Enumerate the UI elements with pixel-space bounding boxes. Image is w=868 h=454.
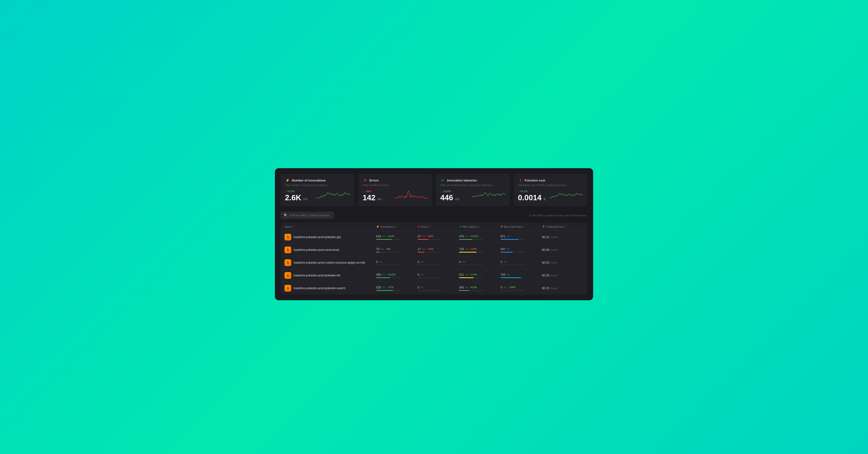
latency-value: 446 bbox=[440, 194, 453, 201]
table-row[interactable]: λ baselime-pokedex-prod-send-email 76 in… bbox=[281, 244, 587, 256]
lambda-icon: λ bbox=[284, 272, 291, 279]
th-latency[interactable]: ⊙ P90 Latency ⇅ bbox=[459, 225, 500, 228]
cell-errors: 0 err. bbox=[417, 273, 459, 278]
cell-cold-starts: 871 ms bbox=[500, 235, 542, 240]
sort-icon-inv: ⇅ bbox=[395, 226, 397, 228]
toolbar-info: ℹ The AWS Lambda Function part of this s… bbox=[529, 214, 587, 217]
cell-errors: 0 err. bbox=[417, 286, 459, 291]
cell-errors: 0 err. bbox=[417, 260, 459, 265]
latency-subtitle: 90th percentile function excecution late… bbox=[440, 184, 505, 187]
latency-sparkline bbox=[472, 189, 505, 202]
table-row[interactable]: λ baselime-pokedex-prod-pokedex-get 519 … bbox=[281, 231, 587, 244]
th-cold-starts[interactable]: ❄ Max Cold Starts ⇅ bbox=[500, 225, 542, 228]
cost-subtitle: Estimated cost of AWS Lambda functions bbox=[518, 184, 583, 187]
cost-change: ↑ +3.7% bbox=[518, 190, 546, 193]
metric-card-latency: ⟳ Invocation latencies 90th percentile f… bbox=[436, 174, 510, 206]
table-header: Name ⇅ ⚡ Invocations ⇅ ⚙ Errors ⇅ ⊙ P90 … bbox=[281, 223, 587, 231]
cell-latency: 723 ms +3.9% bbox=[459, 248, 500, 253]
cell-latency: 470 ms +0.21% bbox=[459, 235, 500, 240]
th-errors[interactable]: ⚙ Errors ⇅ bbox=[417, 225, 459, 228]
fn-name: baselime-pokedex-prod-custom-resource-ap… bbox=[294, 261, 365, 264]
cost-th-icon: 💲 bbox=[542, 225, 546, 228]
th-invocations[interactable]: ⚡ Invocations ⇅ bbox=[376, 225, 417, 228]
invocations-th-icon: ⚡ bbox=[376, 225, 379, 228]
errors-unit: err. bbox=[377, 197, 382, 201]
search-input[interactable] bbox=[289, 214, 331, 217]
fn-name: baselime-pokedex-prod-pokedex-search bbox=[294, 287, 345, 290]
dashboard: ⚡ Number of invocations Total number of … bbox=[275, 168, 593, 300]
fn-name-cell: λ baselime-pokedex-prod-pokedex-search bbox=[284, 285, 376, 292]
metric-card-cost: ℹ Function cost Estimated cost of AWS La… bbox=[514, 174, 587, 206]
lambda-icon: λ bbox=[284, 247, 291, 253]
invocations-unit: inv. bbox=[303, 197, 308, 201]
cost-sparkline bbox=[549, 189, 583, 202]
latency-th-icon: ⊙ bbox=[459, 225, 461, 228]
search-icon: 🔍 bbox=[284, 214, 288, 217]
cell-cost: $0.00 /month bbox=[542, 261, 584, 264]
cost-icon: ℹ bbox=[518, 178, 523, 183]
cell-errors: 17 err. +15% bbox=[417, 248, 459, 253]
table-row[interactable]: λ baselime-pokedex-prod-custom-resource-… bbox=[281, 256, 587, 269]
functions-table: Name ⇅ ⚡ Invocations ⇅ ⚙ Errors ⇅ ⊙ P90 … bbox=[281, 223, 587, 294]
fn-name-cell: λ baselime-pokedex-prod-custom-resource-… bbox=[284, 259, 376, 266]
errors-sparkline bbox=[394, 189, 428, 202]
fn-name-cell: λ baselime-pokedex-prod-pokedex-get bbox=[284, 234, 376, 240]
cell-latency: 343 ms +6.3% bbox=[459, 286, 500, 291]
cell-latency: 511 ms +1.4% bbox=[459, 273, 500, 278]
th-name[interactable]: Name ⇅ bbox=[284, 225, 376, 228]
lambda-icon: λ bbox=[284, 285, 291, 292]
errors-value: 142 bbox=[363, 194, 375, 201]
fn-name-cell: λ baselime-pokedex-prod-pokedex-list bbox=[284, 272, 376, 279]
info-text: The AWS Lambda Function part of this ser… bbox=[532, 214, 587, 217]
cost-unit: $ bbox=[544, 197, 546, 201]
sort-icon-err: ⇅ bbox=[429, 226, 431, 228]
table-row[interactable]: λ baselime-pokedex-prod-pokedex-list 459… bbox=[281, 269, 587, 282]
table-row[interactable]: λ baselime-pokedex-prod-pokedex-search 5… bbox=[281, 282, 587, 294]
cell-invocations: 76 inv. +5% bbox=[376, 248, 417, 253]
cost-title: Function cost bbox=[525, 179, 545, 182]
cell-invocations: 519 inv. +3.4% bbox=[376, 235, 417, 240]
cell-cost: $0.31 /month bbox=[542, 235, 584, 239]
th-cost[interactable]: 💲 Projected Cost ⇅ bbox=[542, 225, 584, 228]
latency-title: Invocation latencies bbox=[447, 179, 477, 182]
cell-cost: $0.08 /month bbox=[542, 248, 584, 252]
sort-icon-name: ⇅ bbox=[292, 226, 294, 228]
lambda-icon: λ bbox=[284, 259, 291, 266]
cold-starts-th-icon: ❄ bbox=[500, 225, 503, 228]
invocations-icon: ⚡ bbox=[285, 178, 290, 183]
latency-icon: ⟳ bbox=[440, 178, 445, 183]
info-icon: ℹ bbox=[529, 214, 531, 217]
cell-cold-starts: 743 ms bbox=[500, 273, 542, 278]
invocations-change: ↑ +6.2% bbox=[285, 190, 308, 193]
cell-errors: 27 err. +36% bbox=[417, 235, 459, 240]
cell-cost: $0.29 /month bbox=[542, 274, 584, 277]
errors-th-icon: ⚙ bbox=[417, 225, 420, 228]
cell-cold-starts: 637 ms bbox=[500, 248, 542, 253]
invocations-title: Number of invocations bbox=[292, 179, 326, 182]
fn-name: baselime-pokedex-prod-pokedex-get bbox=[294, 235, 341, 239]
search-box[interactable]: 🔍 bbox=[281, 212, 334, 219]
metric-card-invocations: ⚡ Number of invocations Total number of … bbox=[281, 174, 354, 206]
metric-cards: ⚡ Number of invocations Total number of … bbox=[281, 174, 587, 206]
cell-invocations: 0 inv. bbox=[376, 260, 417, 265]
errors-title: Errors bbox=[369, 179, 379, 182]
sort-icon-cs: ⇅ bbox=[523, 226, 525, 228]
cell-latency: 0 ms bbox=[459, 260, 500, 265]
metric-card-errors: ⚙ Errors Total number of errors ↓ ↓20% 1… bbox=[358, 174, 432, 206]
errors-change: ↓ ↓20% bbox=[363, 190, 382, 193]
errors-subtitle: Total number of errors bbox=[363, 184, 428, 187]
sort-icon-cost: ⇅ bbox=[565, 226, 567, 228]
errors-icon: ⚙ bbox=[363, 178, 368, 183]
fn-name: baselime-pokedex-prod-pokedex-list bbox=[294, 274, 340, 277]
sort-icon-lat: ⇅ bbox=[478, 226, 480, 228]
toolbar: 🔍 ℹ The AWS Lambda Function part of this… bbox=[281, 212, 587, 219]
latency-unit: ms bbox=[455, 197, 460, 201]
cell-cost: $0.23 /month bbox=[542, 287, 584, 290]
cost-value: 0.0014 bbox=[518, 194, 541, 201]
cell-cold-starts: 0 ms bbox=[500, 260, 542, 265]
cell-invocations: 459 inv. +0.22% bbox=[376, 273, 417, 278]
cell-cold-starts: 0 ms ↓100% bbox=[500, 286, 542, 291]
fn-name: baselime-pokedex-prod-send-email bbox=[294, 248, 339, 252]
latency-change: ↓ ↓0.67% bbox=[440, 190, 460, 193]
invocations-subtitle: Total number of function invocations bbox=[285, 184, 350, 187]
